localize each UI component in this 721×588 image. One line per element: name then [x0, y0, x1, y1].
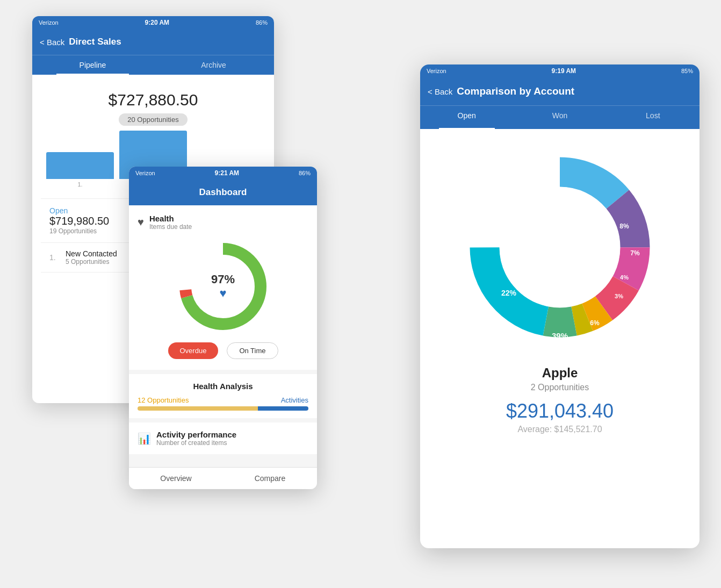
back-button-1[interactable]: < Back [40, 38, 64, 47]
list-name-1: New Contacted [66, 249, 117, 258]
health-sub: Items due date [149, 223, 192, 231]
status-bar-2: Verizon 9:21 AM 86% [129, 167, 317, 180]
battery-3: 85% [681, 68, 693, 74]
analysis-title: Health Analysis [138, 382, 308, 391]
donut3-chart: 11% 8% 7% 4% 3% 6% 22% 39% [458, 145, 662, 349]
nav-title-2: Dashboard [199, 187, 247, 198]
account-opp: 2 Opportunities [431, 383, 689, 392]
health-header: ♥ Health Items due date [138, 214, 308, 231]
time-2: 9:21 AM [215, 169, 240, 177]
tab-archive[interactable]: Archive [153, 55, 274, 75]
time-1: 9:20 AM [145, 19, 170, 26]
health-title: Health [149, 214, 192, 223]
tab-pipeline[interactable]: Pipeline [32, 55, 153, 75]
nav-bar-1: < Back Direct Sales [32, 29, 274, 55]
list-num-1: 1. [49, 253, 60, 262]
activity-title: Activity performance [156, 430, 236, 439]
battery-1: 86% [256, 19, 268, 26]
donut-center: 97% ♥ [211, 273, 235, 300]
tab-lost[interactable]: Lost [607, 106, 700, 129]
list-sub-1: 5 Opportunities [66, 258, 117, 266]
bar-label-1: 1. [77, 181, 82, 188]
activity-icon: 📊 [138, 432, 151, 445]
bottom-tab-compare[interactable]: Compare [223, 468, 317, 489]
status-bar-1: Verizon 9:20 AM 86% [32, 16, 274, 29]
tab-bar-3: Open Won Lost [420, 105, 700, 129]
analysis-act: Activities [281, 396, 308, 404]
account-name: Apple [431, 365, 689, 381]
bottom-tab-overview[interactable]: Overview [129, 468, 223, 489]
health-title-group: Health Items due date [149, 214, 192, 231]
svg-point-10 [500, 187, 620, 307]
svg-text:6%: 6% [590, 319, 600, 327]
analysis-row: 12 Opportunities Activities [138, 396, 308, 404]
health-analysis-section: Health Analysis 12 Opportunities Activit… [129, 374, 317, 418]
bottom-tab-bar: Overview Compare [129, 467, 317, 489]
svg-text:4%: 4% [620, 274, 629, 281]
tab-open[interactable]: Open [420, 106, 513, 129]
donut-chart: 97% ♥ [175, 238, 271, 335]
battery-2: 86% [299, 170, 311, 176]
overdue-button[interactable]: Overdue [168, 342, 219, 359]
donut-heart-icon: ♥ [211, 286, 235, 300]
donut3-svg: 11% 8% 7% 4% 3% 6% 22% 39% [458, 145, 662, 349]
nav-bar-2: Dashboard [129, 180, 317, 205]
ontime-button[interactable]: On Time [227, 342, 278, 359]
carrier-3: Verizon [427, 68, 446, 74]
bar-group-1: 1. [46, 152, 114, 188]
list-text-1: New Contacted 5 Opportunities [66, 249, 117, 266]
analysis-bar-act [258, 406, 308, 411]
tab-bar-1: Pipeline Archive [32, 55, 274, 75]
account-info: Apple 2 Opportunities $291,043.40 Averag… [420, 360, 700, 440]
screen-dashboard: Verizon 9:21 AM 86% Dashboard ♥ Health I… [129, 167, 317, 489]
activity-sub: Number of created items [156, 439, 236, 447]
svg-text:3%: 3% [615, 293, 623, 299]
total-amount: $727,880.50 [41, 91, 265, 109]
activity-text: Activity performance Number of created i… [156, 430, 236, 447]
tab-won[interactable]: Won [513, 106, 606, 129]
analysis-bar [138, 406, 308, 411]
activity-section: 📊 Activity performance Number of created… [129, 422, 317, 454]
bar-1 [46, 152, 114, 179]
heart-icon: ♥ [138, 216, 144, 228]
svg-text:11%: 11% [553, 187, 567, 195]
back-button-3[interactable]: < Back [428, 87, 452, 96]
nav-bar-3: < Back Comparison by Account [420, 77, 700, 105]
donut-percent: 97% [211, 273, 235, 286]
analysis-opp: 12 Opportunities [138, 396, 189, 404]
opp-badge: 20 Opportunities [41, 113, 265, 126]
nav-title-3: Comparison by Account [457, 85, 574, 97]
screen-comparison: Verizon 9:19 AM 85% < Back Comparison by… [420, 64, 700, 548]
account-amount: $291,043.40 [431, 400, 689, 422]
svg-text:39%: 39% [552, 331, 568, 340]
nav-title-1: Direct Sales [69, 37, 121, 47]
carrier-1: Verizon [39, 19, 59, 26]
carrier-2: Verizon [135, 170, 155, 176]
health-section: ♥ Health Items due date 97% ♥ Overdue On… [129, 205, 317, 370]
svg-text:8%: 8% [619, 223, 629, 230]
svg-text:7%: 7% [630, 249, 640, 257]
analysis-bar-opp [138, 406, 258, 411]
svg-text:22%: 22% [501, 289, 517, 297]
account-avg: Average: $145,521.70 [431, 425, 689, 434]
filter-row: Overdue On Time [138, 342, 308, 359]
time-3: 9:19 AM [552, 67, 576, 75]
status-bar-3: Verizon 9:19 AM 85% [420, 64, 700, 77]
